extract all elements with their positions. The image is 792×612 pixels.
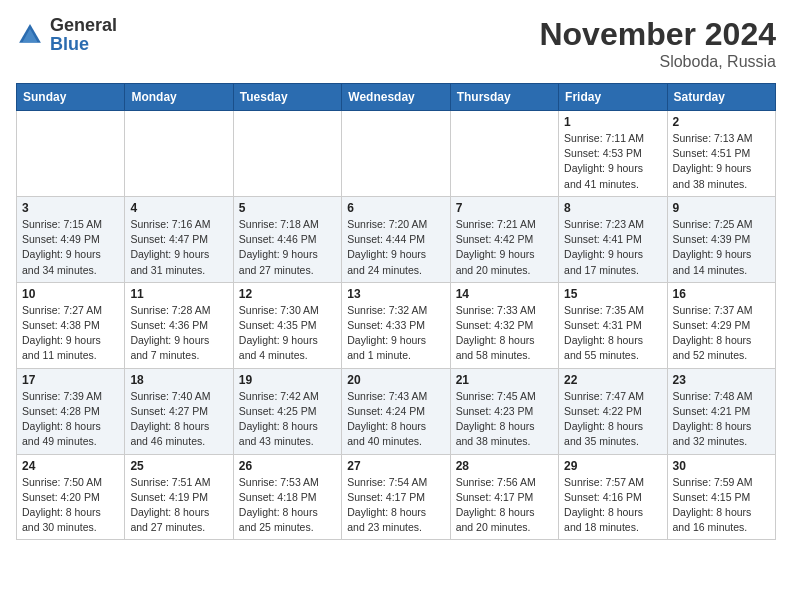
day-info: Sunrise: 7:15 AM Sunset: 4:49 PM Dayligh… bbox=[22, 217, 119, 278]
day-of-week-header: Sunday bbox=[17, 84, 125, 111]
day-number: 2 bbox=[673, 115, 770, 129]
day-number: 8 bbox=[564, 201, 661, 215]
calendar-header-row: SundayMondayTuesdayWednesdayThursdayFrid… bbox=[17, 84, 776, 111]
calendar-cell: 23Sunrise: 7:48 AM Sunset: 4:21 PM Dayli… bbox=[667, 368, 775, 454]
day-info: Sunrise: 7:18 AM Sunset: 4:46 PM Dayligh… bbox=[239, 217, 336, 278]
calendar-week-row: 24Sunrise: 7:50 AM Sunset: 4:20 PM Dayli… bbox=[17, 454, 776, 540]
logo: General Blue bbox=[16, 16, 117, 54]
day-info: Sunrise: 7:39 AM Sunset: 4:28 PM Dayligh… bbox=[22, 389, 119, 450]
day-info: Sunrise: 7:23 AM Sunset: 4:41 PM Dayligh… bbox=[564, 217, 661, 278]
calendar-cell: 15Sunrise: 7:35 AM Sunset: 4:31 PM Dayli… bbox=[559, 282, 667, 368]
calendar-cell: 2Sunrise: 7:13 AM Sunset: 4:51 PM Daylig… bbox=[667, 111, 775, 197]
day-of-week-header: Friday bbox=[559, 84, 667, 111]
day-number: 13 bbox=[347, 287, 444, 301]
day-info: Sunrise: 7:43 AM Sunset: 4:24 PM Dayligh… bbox=[347, 389, 444, 450]
day-number: 3 bbox=[22, 201, 119, 215]
day-info: Sunrise: 7:21 AM Sunset: 4:42 PM Dayligh… bbox=[456, 217, 553, 278]
calendar-cell: 13Sunrise: 7:32 AM Sunset: 4:33 PM Dayli… bbox=[342, 282, 450, 368]
day-info: Sunrise: 7:50 AM Sunset: 4:20 PM Dayligh… bbox=[22, 475, 119, 536]
day-info: Sunrise: 7:47 AM Sunset: 4:22 PM Dayligh… bbox=[564, 389, 661, 450]
calendar-cell: 4Sunrise: 7:16 AM Sunset: 4:47 PM Daylig… bbox=[125, 196, 233, 282]
month-title: November 2024 bbox=[539, 16, 776, 53]
calendar-cell: 12Sunrise: 7:30 AM Sunset: 4:35 PM Dayli… bbox=[233, 282, 341, 368]
calendar-cell: 20Sunrise: 7:43 AM Sunset: 4:24 PM Dayli… bbox=[342, 368, 450, 454]
calendar-cell: 29Sunrise: 7:57 AM Sunset: 4:16 PM Dayli… bbox=[559, 454, 667, 540]
calendar-cell: 22Sunrise: 7:47 AM Sunset: 4:22 PM Dayli… bbox=[559, 368, 667, 454]
day-of-week-header: Monday bbox=[125, 84, 233, 111]
day-number: 14 bbox=[456, 287, 553, 301]
calendar-cell: 5Sunrise: 7:18 AM Sunset: 4:46 PM Daylig… bbox=[233, 196, 341, 282]
day-number: 10 bbox=[22, 287, 119, 301]
day-number: 24 bbox=[22, 459, 119, 473]
calendar-cell bbox=[450, 111, 558, 197]
day-info: Sunrise: 7:57 AM Sunset: 4:16 PM Dayligh… bbox=[564, 475, 661, 536]
calendar-cell: 9Sunrise: 7:25 AM Sunset: 4:39 PM Daylig… bbox=[667, 196, 775, 282]
calendar-cell: 7Sunrise: 7:21 AM Sunset: 4:42 PM Daylig… bbox=[450, 196, 558, 282]
calendar-cell: 10Sunrise: 7:27 AM Sunset: 4:38 PM Dayli… bbox=[17, 282, 125, 368]
calendar-cell: 14Sunrise: 7:33 AM Sunset: 4:32 PM Dayli… bbox=[450, 282, 558, 368]
day-info: Sunrise: 7:20 AM Sunset: 4:44 PM Dayligh… bbox=[347, 217, 444, 278]
calendar-cell: 11Sunrise: 7:28 AM Sunset: 4:36 PM Dayli… bbox=[125, 282, 233, 368]
day-info: Sunrise: 7:42 AM Sunset: 4:25 PM Dayligh… bbox=[239, 389, 336, 450]
calendar-table: SundayMondayTuesdayWednesdayThursdayFrid… bbox=[16, 83, 776, 540]
calendar-week-row: 10Sunrise: 7:27 AM Sunset: 4:38 PM Dayli… bbox=[17, 282, 776, 368]
calendar-cell: 19Sunrise: 7:42 AM Sunset: 4:25 PM Dayli… bbox=[233, 368, 341, 454]
calendar-cell: 16Sunrise: 7:37 AM Sunset: 4:29 PM Dayli… bbox=[667, 282, 775, 368]
day-number: 7 bbox=[456, 201, 553, 215]
day-number: 1 bbox=[564, 115, 661, 129]
day-number: 6 bbox=[347, 201, 444, 215]
day-number: 27 bbox=[347, 459, 444, 473]
day-number: 5 bbox=[239, 201, 336, 215]
day-info: Sunrise: 7:54 AM Sunset: 4:17 PM Dayligh… bbox=[347, 475, 444, 536]
calendar-week-row: 17Sunrise: 7:39 AM Sunset: 4:28 PM Dayli… bbox=[17, 368, 776, 454]
logo-blue: Blue bbox=[50, 34, 89, 54]
calendar-cell: 21Sunrise: 7:45 AM Sunset: 4:23 PM Dayli… bbox=[450, 368, 558, 454]
day-of-week-header: Tuesday bbox=[233, 84, 341, 111]
day-info: Sunrise: 7:40 AM Sunset: 4:27 PM Dayligh… bbox=[130, 389, 227, 450]
day-number: 16 bbox=[673, 287, 770, 301]
calendar-cell: 1Sunrise: 7:11 AM Sunset: 4:53 PM Daylig… bbox=[559, 111, 667, 197]
logo-general: General bbox=[50, 15, 117, 35]
day-number: 17 bbox=[22, 373, 119, 387]
location: Sloboda, Russia bbox=[539, 53, 776, 71]
day-number: 22 bbox=[564, 373, 661, 387]
calendar-cell: 27Sunrise: 7:54 AM Sunset: 4:17 PM Dayli… bbox=[342, 454, 450, 540]
calendar-cell bbox=[125, 111, 233, 197]
calendar-cell: 8Sunrise: 7:23 AM Sunset: 4:41 PM Daylig… bbox=[559, 196, 667, 282]
calendar-cell bbox=[233, 111, 341, 197]
calendar-cell: 18Sunrise: 7:40 AM Sunset: 4:27 PM Dayli… bbox=[125, 368, 233, 454]
day-number: 15 bbox=[564, 287, 661, 301]
day-number: 25 bbox=[130, 459, 227, 473]
calendar-cell: 6Sunrise: 7:20 AM Sunset: 4:44 PM Daylig… bbox=[342, 196, 450, 282]
day-number: 29 bbox=[564, 459, 661, 473]
calendar-cell: 25Sunrise: 7:51 AM Sunset: 4:19 PM Dayli… bbox=[125, 454, 233, 540]
day-info: Sunrise: 7:30 AM Sunset: 4:35 PM Dayligh… bbox=[239, 303, 336, 364]
title-block: November 2024 Sloboda, Russia bbox=[539, 16, 776, 71]
calendar-week-row: 1Sunrise: 7:11 AM Sunset: 4:53 PM Daylig… bbox=[17, 111, 776, 197]
calendar-cell bbox=[17, 111, 125, 197]
day-info: Sunrise: 7:13 AM Sunset: 4:51 PM Dayligh… bbox=[673, 131, 770, 192]
calendar-week-row: 3Sunrise: 7:15 AM Sunset: 4:49 PM Daylig… bbox=[17, 196, 776, 282]
calendar-cell: 24Sunrise: 7:50 AM Sunset: 4:20 PM Dayli… bbox=[17, 454, 125, 540]
day-info: Sunrise: 7:25 AM Sunset: 4:39 PM Dayligh… bbox=[673, 217, 770, 278]
day-number: 21 bbox=[456, 373, 553, 387]
day-info: Sunrise: 7:45 AM Sunset: 4:23 PM Dayligh… bbox=[456, 389, 553, 450]
day-info: Sunrise: 7:16 AM Sunset: 4:47 PM Dayligh… bbox=[130, 217, 227, 278]
day-info: Sunrise: 7:11 AM Sunset: 4:53 PM Dayligh… bbox=[564, 131, 661, 192]
day-number: 9 bbox=[673, 201, 770, 215]
day-info: Sunrise: 7:27 AM Sunset: 4:38 PM Dayligh… bbox=[22, 303, 119, 364]
day-of-week-header: Wednesday bbox=[342, 84, 450, 111]
calendar-cell: 3Sunrise: 7:15 AM Sunset: 4:49 PM Daylig… bbox=[17, 196, 125, 282]
day-info: Sunrise: 7:35 AM Sunset: 4:31 PM Dayligh… bbox=[564, 303, 661, 364]
calendar-cell: 26Sunrise: 7:53 AM Sunset: 4:18 PM Dayli… bbox=[233, 454, 341, 540]
day-info: Sunrise: 7:51 AM Sunset: 4:19 PM Dayligh… bbox=[130, 475, 227, 536]
day-info: Sunrise: 7:37 AM Sunset: 4:29 PM Dayligh… bbox=[673, 303, 770, 364]
calendar-cell: 28Sunrise: 7:56 AM Sunset: 4:17 PM Dayli… bbox=[450, 454, 558, 540]
day-info: Sunrise: 7:56 AM Sunset: 4:17 PM Dayligh… bbox=[456, 475, 553, 536]
day-of-week-header: Thursday bbox=[450, 84, 558, 111]
day-of-week-header: Saturday bbox=[667, 84, 775, 111]
day-info: Sunrise: 7:53 AM Sunset: 4:18 PM Dayligh… bbox=[239, 475, 336, 536]
day-info: Sunrise: 7:32 AM Sunset: 4:33 PM Dayligh… bbox=[347, 303, 444, 364]
day-number: 19 bbox=[239, 373, 336, 387]
day-info: Sunrise: 7:59 AM Sunset: 4:15 PM Dayligh… bbox=[673, 475, 770, 536]
